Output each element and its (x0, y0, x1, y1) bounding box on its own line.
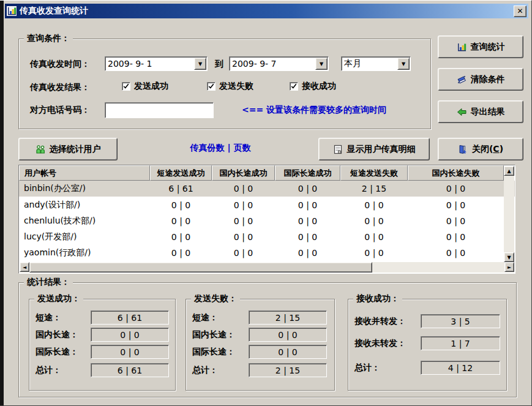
stat-value: 2 | 15 (249, 363, 327, 377)
scrollbar-thumb[interactable] (29, 262, 372, 273)
cell-account: chenlulu(技术部/) (19, 216, 150, 227)
cell-value: 0 | 0 (340, 248, 408, 258)
chevron-down-icon[interactable]: ▼ (315, 58, 328, 70)
stat-row: 总计： 2 | 15 (192, 363, 327, 377)
column-header-intl-success[interactable]: 国际长途成功 (275, 165, 340, 181)
stat-value: 0 | 0 (91, 345, 169, 359)
table-row[interactable]: chenlulu(技术部/) 0 | 0 0 | 0 0 | 0 0 | 0 0… (19, 213, 515, 229)
close-button[interactable]: 关闭(C) (438, 138, 523, 160)
chevron-down-icon[interactable]: ▼ (194, 58, 206, 70)
phone-input[interactable] (105, 102, 214, 118)
chevron-down-icon[interactable]: ▼ (397, 58, 410, 70)
cell-account: lucy(开发部/) (19, 231, 150, 242)
title-bar[interactable]: 传真收发查询统计 ✕ (5, 4, 528, 18)
scroll-left-icon[interactable]: ◄ (20, 262, 29, 272)
checkbox-send-success[interactable]: 发送成功 (122, 81, 168, 92)
horizontal-scrollbar[interactable]: ◄ ► (20, 262, 514, 273)
counts-pages-label: 传真份数 | 页数 (156, 143, 285, 154)
table-row[interactable]: binbin(办公室/) 6 | 61 0 | 0 0 | 0 2 | 15 0… (19, 181, 515, 197)
query-group-label: 查询条件： (24, 33, 73, 44)
send-success-label: 发送成功： (34, 293, 83, 304)
date-to-combo[interactable]: 2009- 9- 7 ▼ (229, 56, 329, 71)
cell-value: 0 | 0 (340, 216, 408, 226)
scroll-down-icon[interactable]: ▼ (504, 252, 514, 262)
checkbox-label: 发送成功 (134, 81, 168, 92)
clear-conditions-button[interactable]: 清除条件 (438, 68, 523, 91)
stat-value: 4 | 12 (421, 361, 500, 375)
stat-label: 国际长途： (36, 347, 91, 358)
checkbox-icon[interactable] (122, 82, 130, 91)
query-stats-button[interactable]: 查询统计 (438, 36, 523, 58)
cell-value: 0 | 0 (408, 216, 504, 226)
scroll-up-icon[interactable]: ▲ (504, 166, 514, 176)
cell-value: 0 | 0 (408, 232, 504, 242)
stat-value: 0 | 0 (91, 328, 169, 342)
checkbox-icon[interactable] (207, 82, 215, 91)
close-label: 关闭(C) (472, 144, 503, 155)
period-combo[interactable]: 本月 ▼ (341, 56, 411, 71)
cell-value: 0 | 0 (150, 248, 212, 258)
users-icon (36, 145, 45, 154)
stat-row: 国内长途： 0 | 0 (192, 328, 327, 342)
fax-result-label: 传真收发结果： (30, 82, 90, 93)
cell-value: 0 | 0 (275, 200, 340, 210)
select-users-button[interactable]: 选择统计用户 (18, 138, 118, 160)
scrollbar-track[interactable] (372, 262, 504, 273)
table-header-row: 用户帐号 短途发送成功 国内长途成功 国际长途成功 短途发送失败 国内长途失败 (19, 165, 515, 181)
cell-value: 0 | 0 (150, 232, 212, 242)
show-detail-button[interactable]: 显示用户传真明细 (318, 138, 430, 160)
exit-door-icon (458, 145, 468, 154)
export-results-button[interactable]: 导出结果 (438, 100, 523, 123)
bar-chart-icon (7, 6, 17, 16)
table-row[interactable]: lucy(开发部/) 0 | 0 0 | 0 0 | 0 0 | 0 0 | 0 (19, 229, 515, 245)
stat-value: 6 | 61 (91, 363, 169, 377)
checkbox-receive-success[interactable]: 接收成功 (290, 81, 336, 92)
check-icon (208, 83, 214, 89)
period-value: 本月 (342, 58, 397, 69)
stat-label: 总计： (354, 363, 421, 374)
stats-group-label: 统计结果： (24, 277, 73, 288)
vertical-scrollbar[interactable]: ▲ ▼ (504, 166, 514, 262)
cell-value: 0 | 0 (408, 248, 504, 258)
stat-value: 0 | 0 (249, 345, 327, 359)
column-header-domestic-fail[interactable]: 国内长途失败 (408, 165, 504, 181)
stat-value: 2 | 15 (249, 310, 327, 325)
date-to-value: 2009- 9- 7 (230, 59, 315, 69)
column-header-short-fail[interactable]: 短途发送失败 (340, 165, 408, 181)
cell-value: 0 | 0 (275, 184, 340, 194)
stat-value: 1 | 7 (421, 336, 500, 350)
stat-label: 国内长途： (192, 329, 249, 340)
stat-row: 接收未转发： 1 | 7 (354, 336, 500, 350)
close-window-button[interactable]: ✕ (514, 6, 526, 17)
checkbox-send-fail[interactable]: 发送失败 (207, 81, 253, 92)
scroll-right-icon[interactable]: ► (504, 262, 514, 272)
cell-value: 0 | 0 (212, 184, 275, 194)
cell-value: 0 | 0 (340, 200, 408, 210)
checkbox-label: 发送失败 (219, 81, 253, 92)
column-header-domestic-success[interactable]: 国内长途成功 (212, 165, 275, 181)
stat-label: 接收并转发： (354, 316, 421, 327)
phone-label: 对方电话号码： (30, 105, 90, 116)
send-fail-group: 发送失败： 短途： 2 | 15 国内长途： 0 | 0 国际长途： 0 | 0… (185, 299, 335, 391)
stat-label: 短途： (36, 312, 91, 323)
column-header-account[interactable]: 用户帐号 (19, 165, 150, 181)
send-fail-label: 发送失败： (191, 293, 240, 304)
to-label: 到 (215, 59, 223, 70)
document-icon (333, 145, 343, 154)
receive-success-group: 接收成功： 接收并转发： 3 | 5 接收未转发： 1 | 7 总计： 4 | … (348, 299, 507, 391)
stat-row: 国内长途： 0 | 0 (36, 328, 169, 342)
table-row[interactable]: andy(设计部/) 0 | 0 0 | 0 0 | 0 0 | 0 0 | 0 (19, 197, 515, 213)
cell-account: andy(设计部/) (19, 200, 150, 211)
window-left-edge (0, 1, 4, 405)
check-icon (291, 83, 297, 89)
date-from-combo[interactable]: 2009- 9- 1 ▼ (105, 56, 208, 71)
stat-row: 总计： 4 | 12 (354, 361, 500, 375)
arrow-left-icon (457, 107, 466, 117)
check-icon (123, 83, 129, 89)
table-row[interactable]: yaomin(行政部/) 0 | 0 0 | 0 0 | 0 0 | 0 0 |… (19, 245, 515, 261)
checkbox-icon[interactable] (290, 82, 298, 91)
column-header-short-success[interactable]: 短途发送成功 (150, 165, 212, 181)
cell-value: 0 | 0 (275, 216, 340, 226)
cell-value: 0 | 0 (212, 216, 275, 226)
stat-label: 接收未转发： (354, 338, 421, 349)
